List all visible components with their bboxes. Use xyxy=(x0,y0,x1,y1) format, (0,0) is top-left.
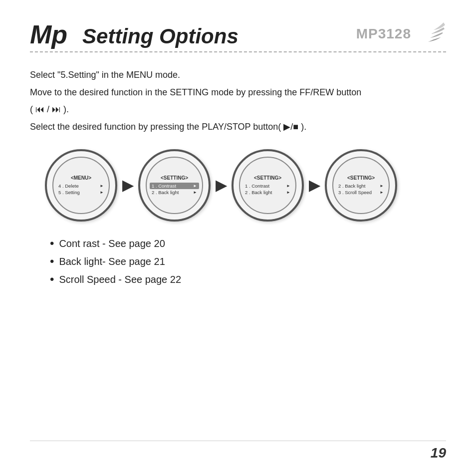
menu-item-backlight-2: 2 . Back light ► xyxy=(150,189,199,196)
circle-inner-3: <SETTING> 1 . Contrast ► 2 . Back light … xyxy=(239,157,296,214)
bullet-item-1: Cont rast - See page 20 xyxy=(50,237,446,250)
circle-inner-2: <SETTING> 1 . Contrast ► 2 . Back light … xyxy=(146,157,203,214)
menu-items-2: 1 . Contrast ► 2 . Back light ► xyxy=(150,183,199,196)
page-title: Setting Options xyxy=(82,26,238,47)
arrow-2: ▶ xyxy=(216,177,227,194)
page-footer: 19 xyxy=(30,441,446,461)
menu-item-backlight-4: 2 . Back light ► xyxy=(336,183,386,189)
menu-item-scroll-speed: 3 . Scroll Speed ► xyxy=(336,189,386,196)
mode-label-2: <SETTING> xyxy=(161,175,188,181)
menu-items-4: 2 . Back light ► 3 . Scroll Speed ► xyxy=(336,183,386,196)
mode-label-4: <SETTING> xyxy=(347,175,375,181)
diagram-2: <SETTING> 1 . Contrast ► 2 . Back light … xyxy=(138,149,211,222)
mode-label-1: <MENU> xyxy=(71,175,91,181)
body-line3: ( ⏮ / ⏭ ). xyxy=(30,102,446,117)
body-line4: Select the desired function by pressing … xyxy=(30,119,446,135)
body-text: Select "5.Setting" in the MENU mode. Mov… xyxy=(30,67,446,134)
bullet-item-3: Scroll Speed - See page 22 xyxy=(50,272,446,286)
diagrams-row: <MENU> 4 . Delete ► 5 . Setting ► ▶ xyxy=(45,149,446,222)
circle-inner-4: <SETTING> 2 . Back light ► 3 . Scroll Sp… xyxy=(332,157,390,214)
arrow-1: ▶ xyxy=(122,177,133,194)
menu-items-1: 4 . Delete ► 5 . Setting ► xyxy=(56,183,106,196)
menu-item-setting: 5 . Setting ► xyxy=(56,189,106,196)
circle-display-4: <SETTING> 2 . Back light ► 3 . Scroll Sp… xyxy=(325,149,397,222)
menu-item-delete: 4 . Delete ► xyxy=(56,183,106,189)
page-container: Mp Setting Options MP3128 Select "5.Sett… xyxy=(0,0,476,476)
menu-items-3: 1 . Contrast ► 2 . Back light ► xyxy=(243,183,292,196)
bullet-list: Cont rast - See page 20 Back light- See … xyxy=(50,237,446,286)
model-number: MP3128 xyxy=(356,26,411,42)
body-line1: Select "5.Setting" in the MENU mode. xyxy=(30,67,446,83)
logo-bird-icon xyxy=(416,20,446,47)
header-right: MP3128 xyxy=(356,20,446,47)
circle-display-2: <SETTING> 1 . Contrast ► 2 . Back light … xyxy=(138,149,211,222)
bullet-item-2: Back light- See page 21 xyxy=(50,254,446,268)
circle-inner-1: <MENU> 4 . Delete ► 5 . Setting ► xyxy=(52,157,110,214)
menu-item-contrast-selected: 1 . Contrast ► xyxy=(150,183,199,189)
arrow-3: ▶ xyxy=(309,177,320,194)
menu-item-backlight-3: 2 . Back light ► xyxy=(243,189,292,196)
mode-label-3: <SETTING> xyxy=(254,175,281,181)
menu-item-contrast-3: 1 . Contrast ► xyxy=(243,183,292,189)
diagram-3: <SETTING> 1 . Contrast ► 2 . Back light … xyxy=(232,149,304,222)
body-line2: Move to the desired function in the SETT… xyxy=(30,85,446,100)
circle-display-1: <MENU> 4 . Delete ► 5 . Setting ► xyxy=(45,149,117,222)
circle-display-3: <SETTING> 1 . Contrast ► 2 . Back light … xyxy=(232,149,304,222)
diagram-1: <MENU> 4 . Delete ► 5 . Setting ► xyxy=(45,149,117,222)
header-left: Mp Setting Options xyxy=(30,21,238,47)
mp-label: Mp xyxy=(30,21,67,47)
page-header: Mp Setting Options MP3128 xyxy=(30,20,446,52)
page-number: 19 xyxy=(431,445,446,461)
diagram-4: <SETTING> 2 . Back light ► 3 . Scroll Sp… xyxy=(325,149,397,222)
